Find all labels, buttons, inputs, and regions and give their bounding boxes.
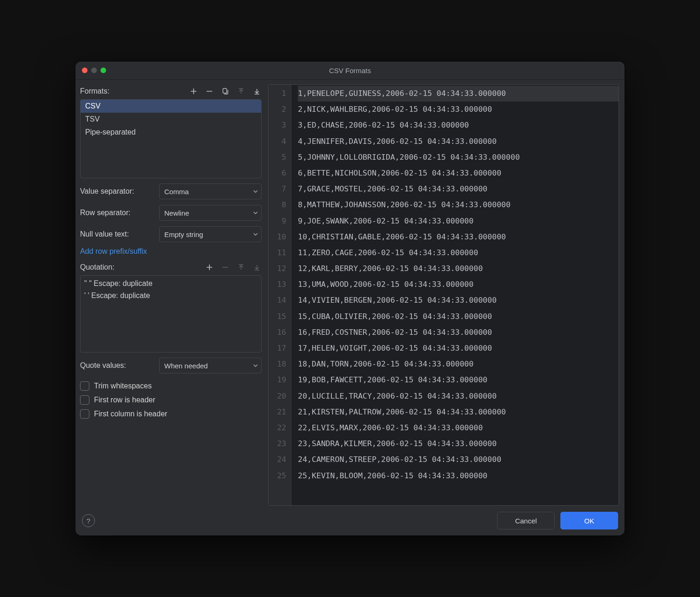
preview-line: 22,ELVIS,MARX,2006-02-15 04:34:33.000000 <box>298 420 619 436</box>
add-icon[interactable] <box>189 87 198 96</box>
formats-list[interactable]: CSVTSVPipe-separated <box>80 99 262 178</box>
format-list-item[interactable]: CSV <box>81 100 261 113</box>
preview-line: 9,JOE,SWANK,2006-02-15 04:34:33.000000 <box>298 213 619 229</box>
line-number: 1 <box>269 86 291 102</box>
preview-line: 6,BETTE,NICHOLSON,2006-02-15 04:34:33.00… <box>298 165 619 181</box>
line-number: 8 <box>269 197 291 213</box>
move-up-icon <box>236 87 246 96</box>
preview-line: 17,HELEN,VOIGHT,2006-02-15 04:34:33.0000… <box>298 340 619 356</box>
preview-pane: 1234567891011121314151617181920212223242… <box>268 84 619 506</box>
preview-line: 18,DAN,TORN,2006-02-15 04:34:33.000000 <box>298 356 619 372</box>
format-list-item[interactable]: Pipe-separated <box>81 126 261 139</box>
line-number-gutter: 1234567891011121314151617181920212223242… <box>269 85 291 505</box>
preview-line: 1,PENELOPE,GUINESS,2006-02-15 04:34:33.0… <box>298 86 619 102</box>
preview-line: 7,GRACE,MOSTEL,2006-02-15 04:34:33.00000… <box>298 181 619 197</box>
preview-line: 23,SANDRA,KILMER,2006-02-15 04:34:33.000… <box>298 436 619 452</box>
first-column-header-checkbox[interactable]: First column is header <box>80 409 262 419</box>
preview-line: 20,LUCILLE,TRACY,2006-02-15 04:34:33.000… <box>298 388 619 404</box>
quote-values-select[interactable]: When needed <box>159 358 262 373</box>
preview-line: 19,BOB,FAWCETT,2006-02-15 04:34:33.00000… <box>298 372 619 388</box>
line-number: 22 <box>269 420 291 436</box>
first-row-header-label: First row is header <box>94 396 155 404</box>
line-number: 13 <box>269 277 291 292</box>
first-column-header-label: First column is header <box>94 410 167 418</box>
preview-line: 14,VIVIEN,BERGEN,2006-02-15 04:34:33.000… <box>298 292 619 308</box>
cancel-button[interactable]: Cancel <box>497 512 555 529</box>
dialog-window: CSV Formats Formats: <box>75 61 625 536</box>
line-number: 5 <box>269 149 291 165</box>
line-number: 10 <box>269 229 291 245</box>
quotation-toolbar <box>205 263 262 272</box>
chevron-down-icon <box>253 210 258 216</box>
window-title: CSV Formats <box>75 67 625 75</box>
preview-line: 21,KIRSTEN,PALTROW,2006-02-15 04:34:33.0… <box>298 404 619 420</box>
chevron-down-icon <box>253 189 258 194</box>
move-up-icon <box>236 263 246 272</box>
move-down-icon <box>252 263 262 272</box>
remove-icon <box>221 263 230 272</box>
chevron-down-icon <box>253 231 258 237</box>
line-number: 24 <box>269 452 291 468</box>
line-number: 4 <box>269 134 291 149</box>
preview-line: 25,KEVIN,BLOOM,2006-02-15 04:34:33.00000… <box>298 468 619 484</box>
row-separator-select[interactable]: Newline <box>159 205 262 221</box>
preview-line: 4,JENNIFER,DAVIS,2006-02-15 04:34:33.000… <box>298 134 619 149</box>
quotation-row[interactable]: ' ' Escape: duplicate <box>84 290 257 302</box>
line-number: 21 <box>269 404 291 420</box>
preview-line: 24,CAMERON,STREEP,2006-02-15 04:34:33.00… <box>298 452 619 468</box>
checkbox-icon <box>80 381 89 391</box>
first-row-header-checkbox[interactable]: First row is header <box>80 395 262 405</box>
line-number: 12 <box>269 261 291 277</box>
preview-line: 8,MATTHEW,JOHANSSON,2006-02-15 04:34:33.… <box>298 197 619 213</box>
line-number: 7 <box>269 181 291 197</box>
line-number: 2 <box>269 102 291 117</box>
move-down-icon[interactable] <box>252 87 262 96</box>
preview-line: 15,CUBA,OLIVIER,2006-02-15 04:34:33.0000… <box>298 309 619 325</box>
preview-content[interactable]: 1,PENELOPE,GUINESS,2006-02-15 04:34:33.0… <box>291 85 619 505</box>
quotation-list[interactable]: " " Escape: duplicate' ' Escape: duplica… <box>80 275 262 353</box>
preview-line: 16,FRED,COSTNER,2006-02-15 04:34:33.0000… <box>298 325 619 340</box>
dialog-footer: ? Cancel OK <box>75 506 625 536</box>
line-number: 23 <box>269 436 291 452</box>
value-separator-value: Comma <box>164 188 189 196</box>
checkbox-icon <box>80 409 89 419</box>
ok-button[interactable]: OK <box>560 512 618 529</box>
preview-line: 3,ED,CHASE,2006-02-15 04:34:33.000000 <box>298 117 619 133</box>
add-prefix-suffix-link[interactable]: Add row prefix/suffix <box>80 247 147 255</box>
quote-values-value: When needed <box>164 362 208 370</box>
preview-line: 2,NICK,WAHLBERG,2006-02-15 04:34:33.0000… <box>298 102 619 117</box>
settings-panel: Formats: <box>80 84 262 506</box>
trim-whitespaces-checkbox[interactable]: Trim whitespaces <box>80 381 262 391</box>
preview-line: 13,UMA,WOOD,2006-02-15 04:34:33.000000 <box>298 277 619 292</box>
null-value-label: Null value text: <box>80 230 155 238</box>
line-number: 17 <box>269 340 291 356</box>
value-separator-label: Value separator: <box>80 187 155 196</box>
null-value: Empty string <box>164 231 203 238</box>
line-number: 14 <box>269 292 291 308</box>
titlebar: CSV Formats <box>75 61 625 80</box>
value-separator-select[interactable]: Comma <box>159 183 262 199</box>
line-number: 18 <box>269 356 291 372</box>
line-number: 11 <box>269 245 291 261</box>
preview-line: 11,ZERO,CAGE,2006-02-15 04:34:33.000000 <box>298 245 619 261</box>
help-icon[interactable]: ? <box>82 514 95 527</box>
dialog-body: Formats: <box>75 80 625 506</box>
formats-toolbar <box>189 87 262 96</box>
null-value-select[interactable]: Empty string <box>159 226 262 242</box>
ok-button-label: OK <box>584 517 594 525</box>
quote-values-label: Quote values: <box>80 361 155 370</box>
line-number: 6 <box>269 165 291 181</box>
quotation-row[interactable]: " " Escape: duplicate <box>84 278 257 290</box>
copy-icon[interactable] <box>221 87 230 96</box>
line-number: 3 <box>269 117 291 133</box>
checkbox-icon <box>80 395 89 405</box>
line-number: 19 <box>269 372 291 388</box>
line-number: 25 <box>269 468 291 484</box>
remove-icon[interactable] <box>205 87 214 96</box>
format-list-item[interactable]: TSV <box>81 113 261 126</box>
svg-rect-0 <box>223 88 227 93</box>
formats-label: Formats: <box>80 87 109 95</box>
add-icon[interactable] <box>205 263 214 272</box>
line-number: 20 <box>269 388 291 404</box>
line-number: 16 <box>269 325 291 340</box>
